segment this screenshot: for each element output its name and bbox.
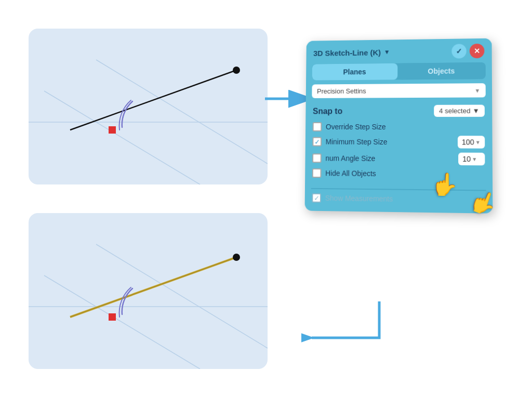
svg-point-11: [233, 254, 240, 261]
option-hide-objects: Hide All Objects: [312, 168, 485, 179]
input-min-angle-arrow: ▼: [472, 156, 477, 162]
snap-label: Snap to: [313, 107, 342, 116]
checkbox-show-measurements[interactable]: ✓: [312, 193, 321, 203]
label-override-step: Override Step Size: [326, 123, 386, 131]
precision-dropdown[interactable]: Precision Settins ▼: [312, 83, 485, 98]
panel-header: 3D Sketch-Line (K) ▼ ✓ ✕: [306, 38, 491, 64]
svg-line-10: [70, 257, 236, 317]
option-min-step: ✓ Minimum Step Size 100 ▼: [312, 136, 485, 149]
ui-panel: 3D Sketch-Line (K) ▼ ✓ ✕ Planes Objects …: [305, 38, 493, 214]
tabs-row: Planes Objects: [312, 62, 486, 81]
checkbox-override-step[interactable]: [313, 122, 322, 131]
options-area: Override Step Size ✓ Minimum Step Size 1…: [305, 120, 493, 188]
svg-rect-5: [109, 126, 116, 134]
input-min-angle-value: 10: [462, 155, 471, 163]
title-dropdown-icon: ▼: [384, 48, 390, 56]
svg-line-7: [44, 275, 200, 369]
options-area-bottom: ✓ Show Measurements: [305, 191, 493, 214]
tab-planes[interactable]: Planes: [312, 63, 398, 81]
precision-label: Precision Settins: [317, 87, 366, 95]
panel-title-text: 3D Sketch-Line (K): [313, 48, 381, 57]
option-override-step: Override Step Size: [313, 122, 485, 131]
svg-rect-12: [109, 313, 116, 321]
input-min-step-value: 100: [462, 138, 474, 146]
option-show-measurements: ✓ Show Measurements: [312, 193, 485, 205]
snap-row: Snap to 4 selected ▼: [305, 102, 492, 120]
checkbox-min-angle[interactable]: [312, 153, 322, 163]
svg-line-8: [96, 244, 268, 348]
snap-badge-text: 4 selected: [439, 107, 470, 115]
option-min-angle-left: num Angle Size: [312, 153, 375, 163]
top-canvas-panel: [29, 29, 268, 184]
snap-badge-arrow: ▼: [472, 107, 479, 115]
input-min-angle[interactable]: 10 ▼: [458, 153, 485, 166]
label-min-step: Minimum Step Size: [326, 138, 388, 146]
snap-badge[interactable]: 4 selected ▼: [434, 105, 485, 117]
option-min-step-left: ✓ Minimum Step Size: [312, 137, 387, 147]
confirm-button[interactable]: ✓: [451, 44, 466, 58]
panel-header-buttons: ✓ ✕: [451, 44, 484, 59]
precision-dropdown-arrow: ▼: [474, 87, 480, 94]
divider: [311, 188, 486, 191]
label-min-angle: num Angle Size: [325, 154, 375, 162]
checkbox-hide-objects[interactable]: [312, 168, 322, 178]
svg-point-4: [233, 67, 240, 74]
label-hide-objects: Hide All Objects: [325, 169, 376, 178]
label-show-measurements: Show Measurements: [325, 194, 393, 203]
svg-line-3: [70, 70, 236, 130]
close-button[interactable]: ✕: [470, 44, 485, 58]
input-min-step-arrow: ▼: [475, 139, 481, 145]
panel-title: 3D Sketch-Line (K) ▼: [313, 48, 390, 57]
tab-objects[interactable]: Objects: [397, 62, 485, 80]
option-min-angle: num Angle Size 10 ▼: [312, 152, 485, 165]
checkbox-min-step[interactable]: ✓: [312, 137, 322, 147]
input-min-step[interactable]: 100 ▼: [458, 136, 485, 148]
svg-line-1: [44, 91, 200, 184]
bottom-canvas-panel: [29, 213, 268, 369]
bottom-arrow: [301, 296, 405, 359]
